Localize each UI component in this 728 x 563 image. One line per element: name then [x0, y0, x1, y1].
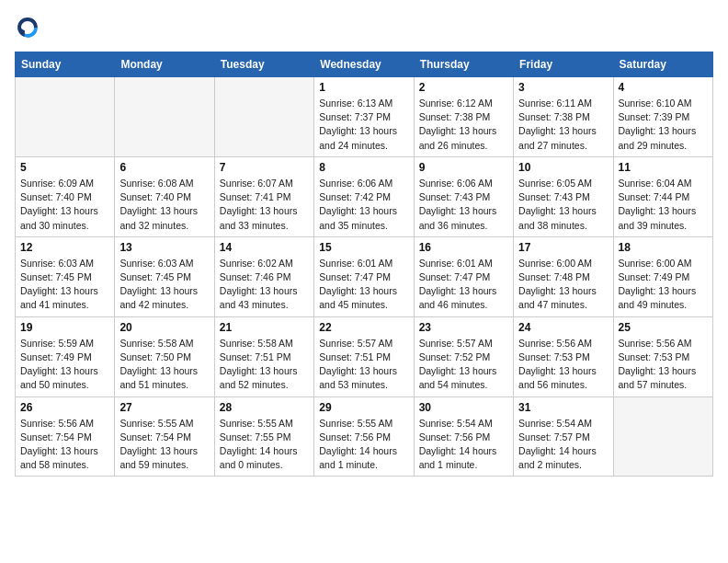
- day-number: 3: [518, 81, 608, 94]
- day-info: Sunrise: 6:09 AM Sunset: 7:40 PM Dayligh…: [20, 177, 109, 233]
- calendar-header-row: SundayMondayTuesdayWednesdayThursdayFrid…: [16, 52, 713, 77]
- day-number: 22: [319, 321, 408, 334]
- calendar-day-cell: 2Sunrise: 6:12 AM Sunset: 7:38 PM Daylig…: [414, 77, 513, 157]
- calendar-day-cell: [115, 77, 214, 157]
- day-number: 10: [518, 161, 608, 174]
- page-header: [15, 15, 713, 40]
- day-info: Sunrise: 5:58 AM Sunset: 7:50 PM Dayligh…: [119, 337, 209, 393]
- calendar-day-cell: [214, 77, 313, 157]
- day-info: Sunrise: 6:00 AM Sunset: 7:49 PM Dayligh…: [619, 257, 708, 313]
- calendar-day-cell: 11Sunrise: 6:04 AM Sunset: 7:44 PM Dayli…: [613, 156, 712, 236]
- day-number: 1: [319, 81, 408, 94]
- calendar-day-cell: 5Sunrise: 6:09 AM Sunset: 7:40 PM Daylig…: [16, 156, 115, 236]
- calendar-day-cell: [613, 396, 712, 477]
- calendar-day-cell: 19Sunrise: 5:59 AM Sunset: 7:49 PM Dayli…: [16, 316, 115, 396]
- calendar-week-row: 19Sunrise: 5:59 AM Sunset: 7:49 PM Dayli…: [16, 316, 713, 396]
- day-info: Sunrise: 6:03 AM Sunset: 7:45 PM Dayligh…: [119, 257, 209, 313]
- calendar-day-cell: 18Sunrise: 6:00 AM Sunset: 7:49 PM Dayli…: [613, 236, 712, 316]
- day-number: 4: [619, 81, 708, 94]
- day-number: 19: [20, 321, 109, 334]
- day-number: 12: [20, 241, 109, 254]
- day-number: 9: [419, 161, 508, 174]
- calendar-day-cell: 10Sunrise: 6:05 AM Sunset: 7:43 PM Dayli…: [514, 156, 613, 236]
- calendar-week-row: 12Sunrise: 6:03 AM Sunset: 7:45 PM Dayli…: [16, 236, 713, 316]
- calendar-table: SundayMondayTuesdayWednesdayThursdayFrid…: [15, 52, 713, 477]
- day-number: 25: [619, 321, 708, 334]
- day-number: 14: [220, 241, 309, 254]
- calendar-day-cell: 15Sunrise: 6:01 AM Sunset: 7:47 PM Dayli…: [314, 236, 414, 316]
- calendar-day-cell: 27Sunrise: 5:55 AM Sunset: 7:54 PM Dayli…: [115, 396, 214, 477]
- calendar-day-cell: 9Sunrise: 6:06 AM Sunset: 7:43 PM Daylig…: [414, 156, 513, 236]
- day-number: 30: [419, 401, 508, 414]
- calendar-day-cell: [16, 77, 115, 157]
- calendar-day-cell: 23Sunrise: 5:57 AM Sunset: 7:52 PM Dayli…: [414, 316, 513, 396]
- day-info: Sunrise: 5:55 AM Sunset: 7:54 PM Dayligh…: [119, 417, 209, 473]
- weekday-header: Monday: [115, 52, 214, 77]
- day-info: Sunrise: 5:59 AM Sunset: 7:49 PM Dayligh…: [20, 337, 109, 393]
- day-number: 24: [518, 321, 608, 334]
- weekday-header: Tuesday: [214, 52, 313, 77]
- day-info: Sunrise: 6:01 AM Sunset: 7:47 PM Dayligh…: [319, 257, 408, 313]
- weekday-header: Sunday: [16, 52, 115, 77]
- day-info: Sunrise: 5:55 AM Sunset: 7:55 PM Dayligh…: [220, 417, 309, 473]
- weekday-header: Wednesday: [314, 52, 414, 77]
- day-info: Sunrise: 6:04 AM Sunset: 7:44 PM Dayligh…: [619, 177, 708, 233]
- day-info: Sunrise: 6:10 AM Sunset: 7:39 PM Dayligh…: [619, 97, 708, 153]
- day-number: 17: [518, 241, 608, 254]
- calendar-day-cell: 8Sunrise: 6:06 AM Sunset: 7:42 PM Daylig…: [314, 156, 414, 236]
- day-info: Sunrise: 6:12 AM Sunset: 7:38 PM Dayligh…: [419, 97, 508, 153]
- calendar-day-cell: 28Sunrise: 5:55 AM Sunset: 7:55 PM Dayli…: [214, 396, 313, 477]
- day-info: Sunrise: 5:55 AM Sunset: 7:56 PM Dayligh…: [319, 417, 408, 473]
- day-number: 16: [419, 241, 508, 254]
- day-info: Sunrise: 6:13 AM Sunset: 7:37 PM Dayligh…: [319, 97, 408, 153]
- day-info: Sunrise: 5:57 AM Sunset: 7:52 PM Dayligh…: [419, 337, 508, 393]
- day-number: 2: [419, 81, 508, 94]
- day-number: 26: [20, 401, 109, 414]
- calendar-week-row: 26Sunrise: 5:56 AM Sunset: 7:54 PM Dayli…: [16, 396, 713, 477]
- calendar-day-cell: 3Sunrise: 6:11 AM Sunset: 7:38 PM Daylig…: [514, 77, 613, 157]
- logo-icon: [15, 15, 40, 40]
- calendar-day-cell: 25Sunrise: 5:56 AM Sunset: 7:53 PM Dayli…: [613, 316, 712, 396]
- day-info: Sunrise: 6:07 AM Sunset: 7:41 PM Dayligh…: [220, 177, 309, 233]
- calendar-day-cell: 17Sunrise: 6:00 AM Sunset: 7:48 PM Dayli…: [514, 236, 613, 316]
- weekday-header: Thursday: [414, 52, 513, 77]
- day-info: Sunrise: 6:05 AM Sunset: 7:43 PM Dayligh…: [518, 177, 608, 233]
- calendar-week-row: 5Sunrise: 6:09 AM Sunset: 7:40 PM Daylig…: [16, 156, 713, 236]
- calendar-day-cell: 31Sunrise: 5:54 AM Sunset: 7:57 PM Dayli…: [514, 396, 613, 477]
- day-number: 8: [319, 161, 408, 174]
- calendar-day-cell: 7Sunrise: 6:07 AM Sunset: 7:41 PM Daylig…: [214, 156, 313, 236]
- day-number: 31: [518, 401, 608, 414]
- calendar-day-cell: 22Sunrise: 5:57 AM Sunset: 7:51 PM Dayli…: [314, 316, 414, 396]
- calendar-day-cell: 26Sunrise: 5:56 AM Sunset: 7:54 PM Dayli…: [16, 396, 115, 477]
- weekday-header: Saturday: [613, 52, 712, 77]
- day-info: Sunrise: 5:56 AM Sunset: 7:54 PM Dayligh…: [20, 417, 109, 473]
- calendar-week-row: 1Sunrise: 6:13 AM Sunset: 7:37 PM Daylig…: [16, 77, 713, 157]
- day-info: Sunrise: 5:54 AM Sunset: 7:56 PM Dayligh…: [419, 417, 508, 473]
- day-number: 7: [220, 161, 309, 174]
- day-info: Sunrise: 6:01 AM Sunset: 7:47 PM Dayligh…: [419, 257, 508, 313]
- day-number: 29: [319, 401, 408, 414]
- day-info: Sunrise: 5:54 AM Sunset: 7:57 PM Dayligh…: [518, 417, 608, 473]
- day-number: 15: [319, 241, 408, 254]
- calendar-day-cell: 12Sunrise: 6:03 AM Sunset: 7:45 PM Dayli…: [16, 236, 115, 316]
- day-info: Sunrise: 6:02 AM Sunset: 7:46 PM Dayligh…: [220, 257, 309, 313]
- day-number: 5: [20, 161, 109, 174]
- calendar-day-cell: 6Sunrise: 6:08 AM Sunset: 7:40 PM Daylig…: [115, 156, 214, 236]
- day-info: Sunrise: 5:56 AM Sunset: 7:53 PM Dayligh…: [619, 337, 708, 393]
- day-number: 18: [619, 241, 708, 254]
- calendar-day-cell: 20Sunrise: 5:58 AM Sunset: 7:50 PM Dayli…: [115, 316, 214, 396]
- day-number: 21: [220, 321, 309, 334]
- day-number: 20: [119, 321, 209, 334]
- day-number: 28: [220, 401, 309, 414]
- calendar-day-cell: 1Sunrise: 6:13 AM Sunset: 7:37 PM Daylig…: [314, 77, 414, 157]
- day-info: Sunrise: 6:11 AM Sunset: 7:38 PM Dayligh…: [518, 97, 608, 153]
- day-info: Sunrise: 6:08 AM Sunset: 7:40 PM Dayligh…: [119, 177, 209, 233]
- logo: [15, 15, 44, 40]
- calendar-day-cell: 29Sunrise: 5:55 AM Sunset: 7:56 PM Dayli…: [314, 396, 414, 477]
- day-number: 13: [119, 241, 209, 254]
- day-info: Sunrise: 5:58 AM Sunset: 7:51 PM Dayligh…: [220, 337, 309, 393]
- calendar-day-cell: 24Sunrise: 5:56 AM Sunset: 7:53 PM Dayli…: [514, 316, 613, 396]
- day-info: Sunrise: 6:06 AM Sunset: 7:43 PM Dayligh…: [419, 177, 508, 233]
- day-info: Sunrise: 6:03 AM Sunset: 7:45 PM Dayligh…: [20, 257, 109, 313]
- day-number: 11: [619, 161, 708, 174]
